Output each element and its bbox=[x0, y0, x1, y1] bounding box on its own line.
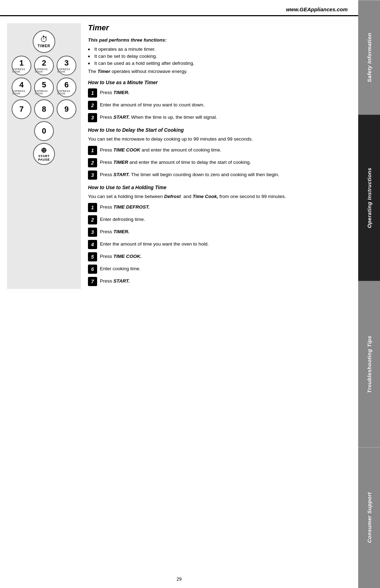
intro-heading: This pad performs three functions: bbox=[88, 37, 350, 44]
text-content: Timer This pad performs three functions:… bbox=[81, 23, 350, 289]
sidebar: Safety Information Operating Instruction… bbox=[358, 0, 380, 588]
section3-intro: You can set a holding time between Defro… bbox=[88, 193, 350, 200]
keypad-panel: ⏱ TIMER 1 EXPRESS COOK 2 EXPRESS COOK 3 … bbox=[7, 23, 81, 289]
step-item: 4 Enter the amount of time you want the … bbox=[88, 240, 350, 249]
sidebar-tab-safety[interactable]: Safety Information bbox=[358, 0, 380, 115]
clock-icon: ⏱ bbox=[40, 36, 48, 43]
bullet-2: It can be set to delay cooking. bbox=[88, 54, 350, 59]
sidebar-tab-consumer-label: Consumer Support bbox=[366, 493, 372, 543]
keypad-row-2: 4 EXPRESS COOK 5 EXPRESS COOK 6 EXPRESS … bbox=[12, 78, 76, 97]
step-item: 5 Press TIME COOK. bbox=[88, 252, 350, 261]
page-title: Timer bbox=[88, 23, 350, 32]
step-item: 3 Press TIMER. bbox=[88, 227, 350, 237]
sidebar-tab-troubleshooting[interactable]: Troubleshooting Tips bbox=[358, 281, 380, 447]
sidebar-tab-safety-label: Safety Information bbox=[366, 33, 372, 82]
key-6[interactable]: 6 EXPRESS COOK bbox=[57, 78, 76, 97]
sidebar-tab-consumer[interactable]: Consumer Support bbox=[358, 447, 380, 588]
section2-intro: You can set the microwave to delay cooki… bbox=[88, 136, 350, 143]
key-0[interactable]: 0 bbox=[34, 121, 54, 141]
sidebar-tab-troubleshooting-label: Troubleshooting Tips bbox=[366, 336, 372, 393]
key-7[interactable]: 7 bbox=[12, 99, 31, 119]
timer-note: The Timer operates without microwave ene… bbox=[88, 68, 350, 75]
step-item: 7 Press START. bbox=[88, 277, 350, 286]
bullet-1: It operates as a minute timer. bbox=[88, 47, 350, 52]
start-label: START bbox=[38, 154, 50, 158]
step-item: 2 Enter the amount of time you want to c… bbox=[88, 100, 350, 110]
pause-label: PAUSE bbox=[38, 158, 50, 161]
timer-button[interactable]: ⏱ TIMER bbox=[33, 30, 55, 53]
key-2[interactable]: 2 EXPRESS COOK bbox=[34, 56, 54, 75]
key-1[interactable]: 1 EXPRESS COOK bbox=[12, 56, 31, 75]
keypad-row-4: 0 bbox=[34, 121, 54, 141]
step-item: 2 Press TIMER and enter the amount of ti… bbox=[88, 158, 350, 167]
page-number: 29 bbox=[177, 576, 182, 582]
bullet-list: It operates as a minute timer. It can be… bbox=[88, 47, 350, 66]
keypad-row-1: 1 EXPRESS COOK 2 EXPRESS COOK 3 EXPRESS … bbox=[12, 56, 76, 75]
step-item: 2 Enter defrosting time. bbox=[88, 215, 350, 224]
step-item: 1 Press TIME DEFROST. bbox=[88, 203, 350, 212]
main-content: www.GEAppliances.com ⏱ TIMER 1 EXPRESS C… bbox=[0, 0, 358, 588]
section3-title: How to Use to Set a Holding Time bbox=[88, 185, 350, 190]
timer-label: TIMER bbox=[38, 44, 50, 48]
keypad-row-3: 7 8 9 bbox=[12, 99, 76, 119]
start-pause-button[interactable]: ⊕ START PAUSE bbox=[33, 143, 55, 165]
key-9[interactable]: 9 bbox=[57, 99, 76, 119]
section1-title: How to Use as a Minute Timer bbox=[88, 80, 350, 85]
key-5[interactable]: 5 EXPRESS COOK bbox=[34, 78, 54, 97]
section2-steps: 1 Press TIME COOK and enter the amount o… bbox=[88, 146, 350, 180]
key-8[interactable]: 8 bbox=[34, 99, 54, 119]
key-3[interactable]: 3 EXPRESS COOK bbox=[57, 56, 76, 75]
sidebar-tab-operating[interactable]: Operating Instructions bbox=[358, 115, 380, 281]
website-url: www.GEAppliances.com bbox=[286, 6, 348, 12]
section2-title: How to Use to Delay the Start of Cooking bbox=[88, 127, 350, 133]
bullet-3: It can be used as a hold setting after d… bbox=[88, 61, 350, 66]
sidebar-tab-operating-label: Operating Instructions bbox=[366, 168, 372, 228]
step-item: 1 Press TIME COOK and enter the amount o… bbox=[88, 146, 350, 155]
step-item: 1 Press TIMER. bbox=[88, 88, 350, 98]
key-4[interactable]: 4 EXPRESS COOK bbox=[12, 78, 31, 97]
step-item: 6 Enter cooking time. bbox=[88, 264, 350, 274]
step-item: 3 Press START. The timer will begin coun… bbox=[88, 170, 350, 180]
url-bar: www.GEAppliances.com bbox=[0, 0, 358, 16]
section1-steps: 1 Press TIMER. 2 Enter the amount of tim… bbox=[88, 88, 350, 122]
section3-steps: 1 Press TIME DEFROST. 2 Enter defrosting… bbox=[88, 203, 350, 286]
start-icon: ⊕ bbox=[41, 147, 47, 154]
step-item: 3 Press START. When the time is up, the … bbox=[88, 113, 350, 122]
